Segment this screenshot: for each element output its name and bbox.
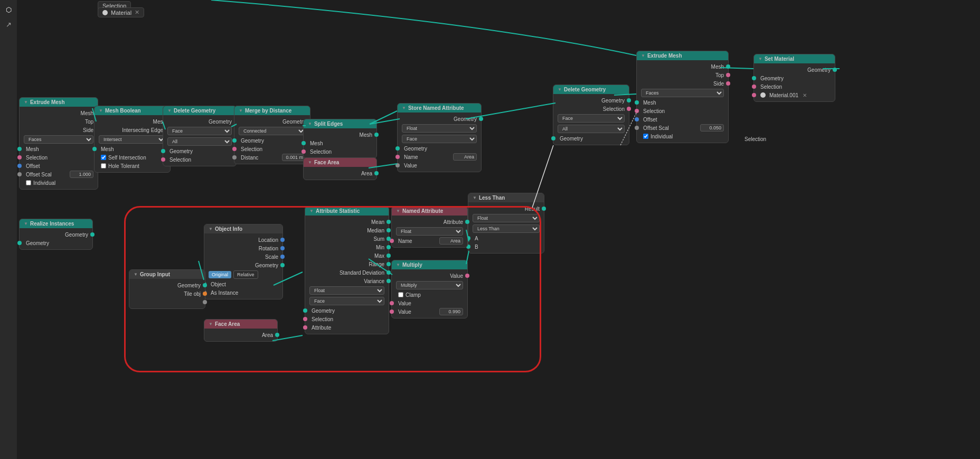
select-float-sna[interactable]: Float: [402, 124, 477, 133]
collapse-arrow-sm[interactable]: ▼: [758, 57, 762, 61]
socket-mean-out[interactable]: [387, 220, 391, 224]
collapse-arrow-dgr[interactable]: ▼: [558, 87, 562, 92]
socket-area-out-fat[interactable]: [374, 171, 379, 175]
socket-side-out-emr[interactable]: [726, 81, 730, 86]
socket-result-out-lt[interactable]: [542, 207, 546, 211]
socket-geo-in-ri[interactable]: [17, 241, 22, 245]
select-faces-emr[interactable]: Faces: [641, 89, 724, 97]
select-face-dgl[interactable]: Face: [167, 127, 232, 135]
socket-selection-in-mbd[interactable]: [232, 147, 237, 151]
select-all-dgl[interactable]: All: [167, 137, 232, 146]
socket-tile-out-gi[interactable]: [203, 292, 207, 296]
socket-geo-out-sm[interactable]: [833, 68, 837, 72]
socket-geo-in-dgl[interactable]: [161, 149, 165, 153]
collapse-arrow-lt[interactable]: ▼: [473, 195, 477, 200]
collapse-arrow-sna[interactable]: ▼: [402, 106, 406, 110]
socket-range-out[interactable]: [387, 262, 391, 266]
material-close-sm[interactable]: ✕: [803, 92, 807, 98]
socket-sum-out[interactable]: [387, 237, 391, 241]
socket-mesh-out-se[interactable]: [374, 133, 379, 137]
collapse-arrow-mb[interactable]: ▼: [99, 108, 103, 113]
socket-selection-in-sm[interactable]: [752, 85, 756, 89]
socket-mesh-in-se[interactable]: [301, 141, 306, 145]
socket-selection-in[interactable]: [17, 155, 22, 160]
select-intersect[interactable]: Intersect: [99, 135, 166, 144]
socket-distance-mbd[interactable]: [232, 155, 237, 160]
check-clamp-mul[interactable]: [398, 292, 403, 297]
socket-geo-in-sm[interactable]: [752, 76, 756, 80]
socket-scale-out[interactable]: [280, 255, 285, 259]
select-lessthan-lt[interactable]: Less Than: [473, 224, 540, 233]
btn-original[interactable]: Original: [209, 271, 231, 278]
collapse-arrow-mul[interactable]: ▼: [396, 263, 400, 267]
socket-selection-in-emr[interactable]: [635, 109, 639, 113]
socket-geo-out-gi[interactable]: [203, 283, 207, 287]
collapse-arrow-emr[interactable]: ▼: [641, 53, 645, 58]
socket-mesh-in-mb[interactable]: [92, 147, 97, 151]
socket-geo-in-sna[interactable]: [395, 146, 400, 151]
select-connected[interactable]: Connected: [239, 127, 306, 135]
select-multiply[interactable]: Multiply: [396, 281, 463, 289]
tool-cursor[interactable]: ⬡: [2, 3, 15, 16]
socket-geo-out-sna[interactable]: [479, 117, 483, 121]
socket-rotation-out[interactable]: [280, 246, 285, 250]
socket-mesh-out-emr[interactable]: [726, 64, 730, 69]
socket-selection-in-dgl[interactable]: [161, 157, 165, 162]
select-float-as[interactable]: Float: [309, 286, 384, 295]
value-distance-mbd[interactable]: 0.001 m: [282, 154, 306, 161]
socket-name-sna[interactable]: [395, 155, 400, 159]
socket-geo-out-ri[interactable]: [90, 232, 95, 237]
socket-offset-in[interactable]: [17, 164, 22, 168]
value-in-mul[interactable]: 0.990: [439, 308, 463, 315]
socket-mesh-in-emr[interactable]: [635, 100, 639, 105]
socket-median-out[interactable]: [387, 228, 391, 232]
socket-value-out-mul[interactable]: [465, 274, 469, 278]
select-face-dgr[interactable]: Face: [558, 114, 625, 123]
socket-geo-in-mbd[interactable]: [232, 138, 237, 143]
collapse-arrow-mbd[interactable]: ▼: [239, 108, 243, 113]
socket-geo-out-dgr[interactable]: [627, 98, 631, 102]
socket-value-label-mul[interactable]: [390, 301, 394, 305]
socket-variance-out[interactable]: [387, 279, 391, 283]
select-face-as[interactable]: Face: [309, 297, 384, 305]
check-hole-tolerant[interactable]: [101, 163, 106, 168]
socket-material-in-sm[interactable]: [752, 93, 756, 97]
collapse-arrow-dgl[interactable]: ▼: [167, 108, 172, 113]
collapse-arrow[interactable]: ▼: [24, 100, 28, 105]
socket-geo-in-dgr[interactable]: [551, 136, 555, 140]
socket-value-sna[interactable]: [395, 163, 400, 167]
socket-area-out-fab[interactable]: [275, 333, 279, 337]
socket-selection-in-se[interactable]: [301, 149, 306, 154]
socket-selection-out-dgr[interactable]: [627, 107, 631, 111]
socket-location-out[interactable]: [280, 238, 285, 242]
socket-attribute-in-as[interactable]: [303, 325, 307, 330]
socket-geo-in-as[interactable]: [303, 308, 307, 313]
socket-value-in-mul[interactable]: [390, 310, 394, 314]
value-offset-scale-emr[interactable]: 0.050: [700, 124, 724, 132]
select-float-na[interactable]: Float: [396, 227, 463, 236]
socket-stddev-out[interactable]: [387, 270, 391, 275]
collapse-arrow-ri[interactable]: ▼: [24, 221, 28, 226]
value-name-na[interactable]: Area: [439, 237, 463, 245]
socket-mesh-in[interactable]: [17, 147, 22, 151]
collapse-arrow-oi[interactable]: ▼: [209, 227, 213, 231]
check-self-intersection[interactable]: [101, 155, 106, 160]
socket-offset-scale-in-emr[interactable]: [635, 126, 639, 130]
collapse-arrow-fab[interactable]: ▼: [209, 322, 213, 326]
value-offset-scale[interactable]: 1.000: [70, 171, 93, 178]
socket-selection-in-as[interactable]: [303, 317, 307, 321]
select-float-lt[interactable]: Float: [473, 214, 540, 222]
value-name-sna[interactable]: Area: [453, 153, 477, 161]
check-individual[interactable]: [26, 180, 31, 185]
socket-geo-out-oi[interactable]: [280, 263, 285, 267]
select-face-sna[interactable]: Face: [402, 135, 477, 143]
select-all-dgr[interactable]: All: [558, 125, 625, 133]
socket-offset-scale-in[interactable]: [17, 172, 22, 176]
check-individual-emr[interactable]: [643, 134, 648, 139]
socket-min-out[interactable]: [387, 245, 391, 249]
socket-attribute-out-na[interactable]: [465, 220, 469, 224]
socket-max-out[interactable]: [387, 254, 391, 258]
socket-top-out-emr[interactable]: [726, 73, 730, 77]
tool-select[interactable]: ↗: [2, 18, 15, 31]
socket-extra-out-gi[interactable]: [203, 300, 207, 304]
